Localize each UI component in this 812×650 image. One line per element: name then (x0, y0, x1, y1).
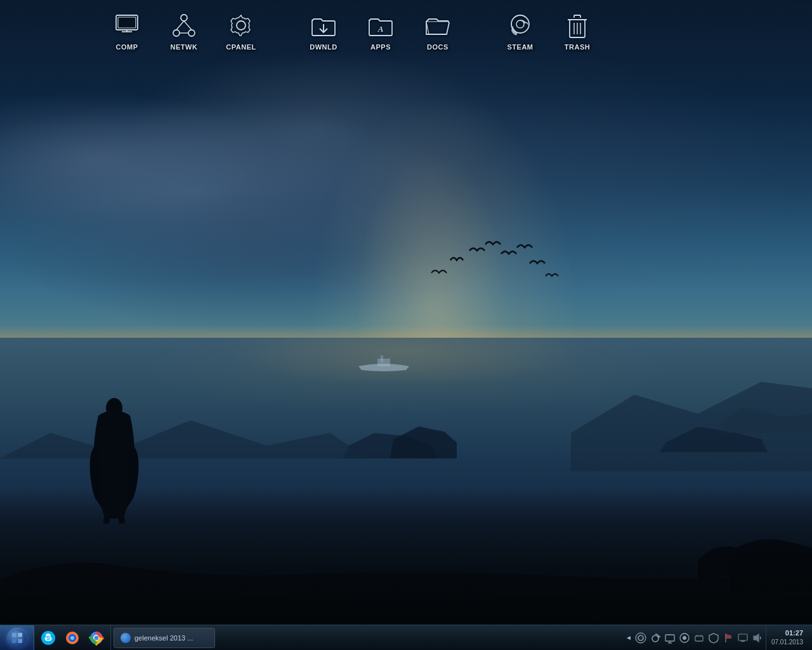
quick-launch-firefox[interactable] (61, 627, 84, 649)
svg-rect-6 (118, 17, 136, 28)
apps-label: APPS (370, 43, 391, 51)
quick-launch: S (34, 625, 111, 650)
svg-line-11 (184, 21, 192, 30)
svg-rect-39 (695, 636, 703, 641)
svg-marker-45 (754, 634, 759, 642)
desktop: COMP NETWK (0, 0, 812, 650)
quick-launch-skype[interactable]: S (37, 627, 60, 649)
svg-point-38 (683, 636, 686, 640)
svg-rect-43 (738, 634, 747, 640)
svg-text:S: S (46, 635, 50, 641)
clock-time: 01:27 (785, 628, 803, 638)
svg-point-8 (173, 30, 180, 36)
desktop-icon-dwnld[interactable]: DWNLD (298, 6, 349, 55)
taskbar: S (0, 625, 812, 650)
docs-icon (422, 10, 453, 41)
desktop-icon-trash[interactable]: TRASH (552, 6, 603, 55)
tray-icon-speaker[interactable] (751, 632, 764, 644)
system-clock[interactable]: 01:27 07.01.2013 (766, 625, 808, 650)
steam-icon (505, 10, 535, 41)
system-tray: ◄ (621, 625, 812, 650)
comp-icon (112, 10, 142, 41)
cpanel-label: CPANEL (226, 43, 256, 51)
svg-point-17 (516, 20, 524, 28)
desktop-icon-docs[interactable]: DOCS (412, 6, 463, 55)
netwk-icon (169, 10, 199, 41)
quick-launch-chrome[interactable] (85, 627, 108, 649)
desktop-icons: COMP NETWK (102, 6, 603, 55)
start-orb (7, 628, 27, 648)
clock-date: 07.01.2013 (771, 638, 803, 647)
desktop-icon-apps[interactable]: A APPS (355, 6, 406, 55)
svg-rect-34 (665, 635, 674, 641)
tray-icon-display[interactable] (737, 632, 749, 644)
active-window-icon (121, 633, 131, 643)
steam-label: STEAM (508, 43, 534, 51)
tray-icon-flag[interactable] (722, 632, 735, 644)
svg-point-7 (181, 15, 187, 21)
svg-rect-44 (741, 640, 745, 642)
dwnld-icon (308, 10, 339, 41)
tray-icon-misc1[interactable] (678, 632, 691, 644)
tray-icon-security[interactable] (707, 632, 720, 644)
tray-icon-refresh[interactable] (649, 632, 662, 644)
desktop-icon-steam[interactable]: STEAM (495, 6, 546, 55)
svg-point-27 (70, 636, 74, 640)
netwk-label: NETWK (171, 43, 198, 51)
trash-label: TRASH (565, 43, 590, 51)
desktop-icon-netwk[interactable]: NETWK (159, 6, 209, 55)
active-window-button[interactable]: geleneksel 2013 ... (114, 628, 215, 648)
start-button[interactable] (0, 625, 34, 651)
svg-point-33 (652, 635, 658, 642)
svg-point-31 (636, 633, 646, 643)
cpanel-icon (226, 10, 256, 41)
tray-icon-steam[interactable] (634, 632, 647, 644)
apps-icon: A (365, 10, 396, 41)
docs-label: DOCS (427, 43, 449, 51)
desktop-icon-comp[interactable]: COMP (102, 6, 152, 55)
svg-line-10 (176, 21, 184, 30)
comp-label: COMP (116, 43, 138, 51)
dwnld-label: DWNLD (310, 43, 337, 51)
active-window-text: geleneksel 2013 ... (134, 634, 193, 642)
trash-icon (562, 10, 593, 41)
desktop-icon-cpanel[interactable]: CPANEL (216, 6, 266, 55)
svg-point-9 (188, 30, 195, 36)
tray-icon-network[interactable] (664, 632, 676, 644)
svg-point-13 (237, 21, 246, 30)
tray-expand-button[interactable]: ◄ (625, 632, 632, 644)
svg-text:A: A (377, 24, 384, 34)
tray-icon-misc2[interactable] (693, 632, 705, 644)
